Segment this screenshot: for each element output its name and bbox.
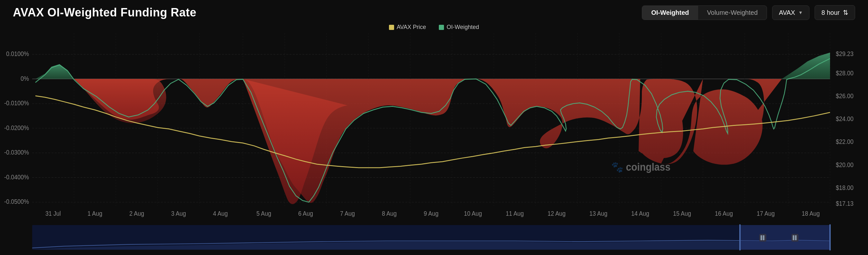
svg-text:8 Aug: 8 Aug [382,210,397,217]
svg-rect-64 [740,225,830,250]
svg-text:2 Aug: 2 Aug [129,210,144,217]
svg-rect-68 [761,235,762,240]
legend-dot-oi [439,25,444,30]
chart-area: 0.0100% 0% -0.0100% -0.0200% -0.0300% -0… [0,33,868,255]
asset-chevron: ▼ [798,10,803,15]
asset-dropdown[interactable]: AVAX ▼ [772,5,809,20]
svg-text:-0.0500%: -0.0500% [4,198,29,205]
svg-text:-0.0300%: -0.0300% [4,149,29,156]
svg-text:$29.23: $29.23 [836,50,854,57]
svg-text:0.0100%: 0.0100% [6,50,29,57]
svg-rect-66 [829,224,831,251]
timeframe-label: 8 hour [822,9,840,17]
legend: AVAX Price OI-Weighted [0,24,868,31]
legend-label-oi: OI-Weighted [446,24,479,31]
page-container: AVAX OI-Weighted Funding Rate OI-Weighte… [0,0,868,255]
svg-text:4 Aug: 4 Aug [213,210,228,217]
svg-text:7 Aug: 7 Aug [340,210,355,217]
svg-text:9 Aug: 9 Aug [424,210,438,217]
svg-text:18 Aug: 18 Aug [802,210,820,217]
svg-text:14 Aug: 14 Aug [631,210,649,217]
svg-rect-65 [739,224,741,251]
legend-item-price: AVAX Price [389,24,426,31]
toggle-oi-weighted[interactable]: OI-Weighted [642,6,698,20]
asset-label: AVAX [779,9,795,17]
svg-text:1 Aug: 1 Aug [88,210,102,217]
svg-text:17 Aug: 17 Aug [757,210,775,217]
svg-rect-71 [793,235,794,240]
main-chart-svg: 0.0100% 0% -0.0100% -0.0200% -0.0300% -0… [0,33,868,255]
timeframe-dropdown[interactable]: 8 hour ⇅ [815,5,855,20]
svg-text:13 Aug: 13 Aug [589,210,608,217]
svg-text:$17.13: $17.13 [836,200,854,207]
legend-dot-price [389,25,394,30]
svg-text:15 Aug: 15 Aug [673,210,691,217]
toggle-volume-weighted[interactable]: Volume-Weighted [698,6,767,20]
svg-text:$26.00: $26.00 [836,93,854,100]
svg-text:11 Aug: 11 Aug [506,210,524,217]
svg-rect-69 [763,235,765,240]
timeframe-chevron: ⇅ [843,9,848,17]
page-title: AVAX OI-Weighted Funding Rate [13,6,196,19]
svg-text:16 Aug: 16 Aug [715,210,733,217]
svg-text:5 Aug: 5 Aug [256,210,271,217]
svg-text:0%: 0% [21,75,29,82]
legend-item-oi: OI-Weighted [439,24,479,31]
controls: OI-Weighted Volume-Weighted AVAX ▼ 8 hou… [642,5,855,20]
svg-text:🐾 coinglass: 🐾 coinglass [611,160,671,173]
svg-text:31 Jul: 31 Jul [45,210,61,217]
svg-text:10 Aug: 10 Aug [464,210,482,217]
svg-text:3 Aug: 3 Aug [171,210,186,217]
svg-text:-0.0100%: -0.0100% [4,100,29,107]
legend-label-price: AVAX Price [397,24,426,31]
svg-text:$18.00: $18.00 [836,184,854,191]
svg-text:$20.00: $20.00 [836,161,854,168]
svg-text:$22.00: $22.00 [836,138,854,145]
svg-text:$28.00: $28.00 [836,69,854,77]
svg-text:-0.0400%: -0.0400% [4,173,29,181]
svg-rect-72 [795,235,797,240]
svg-text:6 Aug: 6 Aug [298,210,313,217]
header: AVAX OI-Weighted Funding Rate OI-Weighte… [0,5,868,20]
svg-text:-0.0200%: -0.0200% [4,124,29,131]
svg-text:12 Aug: 12 Aug [548,210,566,217]
svg-text:$24.00: $24.00 [836,116,854,123]
toggle-group: OI-Weighted Volume-Weighted [642,5,767,20]
